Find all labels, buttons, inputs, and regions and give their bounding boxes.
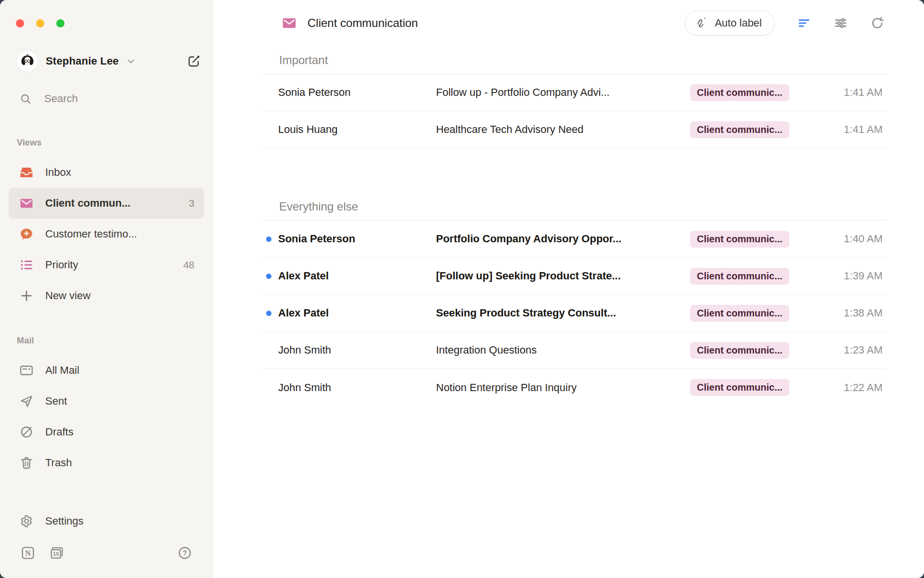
avatar <box>17 51 38 72</box>
main-panel: Client communication Auto label <box>213 0 924 578</box>
views-nav: Inbox Client commun... 3 Customer testim… <box>9 157 204 311</box>
auto-label-text: Auto label <box>715 17 762 29</box>
sidebar-item-label: Drafts <box>45 426 74 438</box>
settings-nav: Settings <box>9 506 204 537</box>
notion-calendar-icon[interactable]: 15 <box>49 545 64 561</box>
sidebar-item-label: Inbox <box>45 166 71 179</box>
svg-text:?: ? <box>183 549 187 557</box>
sidebar-item-label: Settings <box>45 515 84 527</box>
email-sender: Louis Huang <box>278 123 436 136</box>
account-switcher[interactable]: Stephanie Lee <box>9 49 204 74</box>
mail-section-label: Mail <box>9 334 204 347</box>
section-rows: Sonia Peterson Follow up - Portfolio Com… <box>264 74 886 148</box>
email-row[interactable]: Alex Patel [Follow up] Seeking Product S… <box>264 258 886 295</box>
email-label-badge[interactable]: Client communic... <box>690 268 789 285</box>
email-subject: Follow up - Portfolio Company Advi... <box>436 86 690 99</box>
sidebar-item-label: Sent <box>45 395 67 407</box>
email-subject: Notion Enterprise Plan Inquiry <box>436 381 690 394</box>
sidebar-item-settings[interactable]: Settings <box>9 506 204 537</box>
sidebar-item-sent[interactable]: Sent <box>9 386 204 417</box>
sidebar-item-label: Client commun... <box>45 197 130 210</box>
unread-dot-icon <box>266 274 271 279</box>
sidebar-item-label: All Mail <box>45 364 79 377</box>
sidebar-footer: N 15 ? <box>9 537 204 578</box>
filter-icon[interactable] <box>797 16 811 30</box>
sidebar-item-new-view[interactable]: New view <box>9 280 204 311</box>
label-envelope-icon <box>282 15 297 31</box>
minimize-window-button[interactable] <box>36 19 44 27</box>
priority-list-icon <box>19 258 34 272</box>
plus-icon <box>19 289 34 303</box>
email-section: Everything else Sonia Peterson Portfolio… <box>264 193 886 406</box>
window-controls <box>9 0 204 27</box>
display-settings-icon[interactable] <box>834 16 848 30</box>
unread-dot-icon <box>266 236 271 242</box>
email-sender: John Smith <box>278 344 436 356</box>
send-icon <box>19 394 34 408</box>
email-time: 1:38 AM <box>809 307 883 319</box>
email-label-badge[interactable]: Client communic... <box>690 84 789 101</box>
sidebar-item-client-commun[interactable]: Client commun... 3 <box>9 188 204 219</box>
email-row[interactable]: John Smith Integration Questions Client … <box>264 332 886 369</box>
sidebar-item-count: 3 <box>189 197 194 209</box>
email-section: Important Sonia Peterson Follow up - Por… <box>264 46 886 148</box>
email-subject: Healthcare Tech Advisory Need <box>436 123 690 136</box>
email-sender: Sonia Peterson <box>278 233 436 245</box>
sidebar-item-label: Customer testimo... <box>45 228 137 240</box>
search-button[interactable]: Search <box>9 86 204 111</box>
section-rows: Sonia Peterson Portfolio Company Advisor… <box>264 221 886 406</box>
drafts-icon <box>19 425 34 439</box>
email-label-badge[interactable]: Client communic... <box>690 121 789 138</box>
envelope-icon <box>19 196 34 210</box>
trash-icon <box>19 456 34 470</box>
email-sender: Alex Patel <box>278 307 436 319</box>
email-subject: Integration Questions <box>436 344 690 356</box>
unread-dot-icon <box>266 311 271 316</box>
email-label-badge[interactable]: Client communic... <box>690 305 789 322</box>
email-sender: John Smith <box>278 381 436 394</box>
chat-plus-icon <box>19 227 34 241</box>
search-label: Search <box>44 92 78 105</box>
email-time: 1:22 AM <box>809 381 883 394</box>
chevron-down-icon <box>126 56 136 66</box>
compose-icon[interactable] <box>187 54 201 68</box>
sidebar-item-label: New view <box>45 289 90 302</box>
close-window-button[interactable] <box>16 19 24 27</box>
help-icon[interactable]: ? <box>177 545 192 561</box>
sidebar-item-inbox[interactable]: Inbox <box>9 157 204 188</box>
email-row[interactable]: John Smith Notion Enterprise Plan Inquir… <box>264 369 886 406</box>
all-mail-icon <box>19 363 34 378</box>
email-subject: Seeking Product Strategy Consult... <box>436 307 690 319</box>
email-subject: [Follow up] Seeking Product Strate... <box>436 270 690 282</box>
sidebar-item-label: Priority <box>45 259 78 271</box>
main-header: Client communication Auto label <box>213 0 924 46</box>
email-label-badge[interactable]: Client communic... <box>690 379 789 396</box>
sidebar-item-count: 48 <box>183 259 194 271</box>
sidebar-item-customer-testimo[interactable]: Customer testimo... <box>9 219 204 250</box>
app-window: Stephanie Lee Search Views Inbox <box>0 0 924 578</box>
email-row[interactable]: Alex Patel Seeking Product Strategy Cons… <box>264 295 886 332</box>
zoom-window-button[interactable] <box>56 19 64 27</box>
email-time: 1:41 AM <box>809 86 883 99</box>
auto-label-button[interactable]: Auto label <box>685 11 775 36</box>
page-title: Client communication <box>308 16 418 30</box>
email-sender: Alex Patel <box>278 270 436 282</box>
mail-nav: All Mail Sent Drafts Trash <box>9 355 204 478</box>
sidebar-item-drafts[interactable]: Drafts <box>9 417 204 447</box>
views-section-label: Views <box>9 136 204 149</box>
email-row[interactable]: Louis Huang Healthcare Tech Advisory Nee… <box>264 111 886 148</box>
auto-label-icon <box>695 16 708 30</box>
notion-app-icon[interactable]: N <box>20 545 36 561</box>
email-row[interactable]: Sonia Peterson Portfolio Company Advisor… <box>264 221 886 258</box>
sidebar-item-label: Trash <box>45 457 72 469</box>
email-row[interactable]: Sonia Peterson Follow up - Portfolio Com… <box>264 74 886 111</box>
sidebar-item-all-mail[interactable]: All Mail <box>9 355 204 386</box>
sidebar-item-trash[interactable]: Trash <box>9 447 204 478</box>
email-label-badge[interactable]: Client communic... <box>690 342 789 359</box>
email-label-badge[interactable]: Client communic... <box>690 231 789 248</box>
refresh-icon[interactable] <box>870 16 885 30</box>
gear-icon <box>19 514 34 528</box>
sidebar-item-priority[interactable]: Priority 48 <box>9 250 204 280</box>
svg-text:15: 15 <box>53 551 59 557</box>
section-title: Important <box>264 46 886 74</box>
